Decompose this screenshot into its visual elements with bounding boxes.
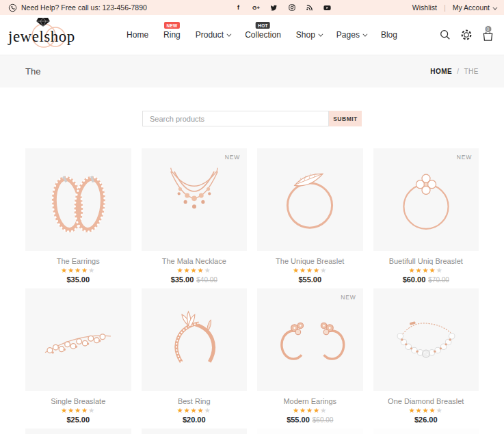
star-rating: ★★★★★ xyxy=(142,407,248,414)
product-image-lotus-ring[interactable] xyxy=(142,288,248,391)
product-card: Single Breaslate ★★★★★ $25.00 xyxy=(25,288,131,424)
new-badge: NEW xyxy=(164,22,179,29)
product-image-clover-bangle[interactable]: NEW xyxy=(373,148,479,251)
star-rating: ★★★★★ xyxy=(142,267,248,274)
star-rating: ★★★★★ xyxy=(373,407,479,414)
price-old: $40.00 xyxy=(196,276,217,284)
star-filled-icon: ★ xyxy=(306,407,313,414)
new-label: NEW xyxy=(341,294,356,301)
product-image-crystal-bracelet[interactable] xyxy=(25,288,131,391)
product-card-partial[interactable] xyxy=(373,429,479,434)
product-card: The Unique Breaslet ★★★★★ $55.00 xyxy=(257,148,363,284)
product-image-feather-bangle[interactable] xyxy=(257,148,363,251)
nav-item-ring[interactable]: NEW Ring xyxy=(163,30,181,40)
rss-icon[interactable] xyxy=(306,4,313,12)
product-image-pearl-bracelet[interactable] xyxy=(373,288,479,391)
star-filled-icon: ★ xyxy=(177,407,184,414)
nav-item-product[interactable]: Product xyxy=(196,30,230,40)
product-title[interactable]: Best Ring xyxy=(142,397,248,406)
shopping-bag-icon[interactable]: 0 xyxy=(481,29,494,42)
breadcrumb-home-link[interactable]: HOME xyxy=(430,68,452,75)
search-input[interactable] xyxy=(142,111,329,126)
product-title[interactable]: Buetifull Uniq Breaslet xyxy=(373,257,479,266)
product-price: $35.00$40.00 xyxy=(142,275,248,284)
product-image-flower-earrings[interactable]: NEW xyxy=(257,288,363,391)
price-current: $60.00 xyxy=(403,275,426,284)
product-image-bead-necklace[interactable]: NEW xyxy=(142,148,248,251)
product-price: $55.00 xyxy=(257,275,363,284)
youtube-icon[interactable] xyxy=(323,4,331,12)
product-card-partial[interactable] xyxy=(257,429,363,434)
my-account-dropdown[interactable]: My Account xyxy=(453,3,496,12)
product-title[interactable]: One Diamond Breaslet xyxy=(373,397,479,406)
nav-item-home[interactable]: Home xyxy=(127,30,148,40)
nav-label: Pages xyxy=(336,30,360,40)
gear-icon[interactable] xyxy=(460,29,473,41)
breadcrumb-separator: / xyxy=(457,68,459,75)
star-filled-icon: ★ xyxy=(313,267,320,274)
star-filled-icon: ★ xyxy=(198,407,204,414)
star-empty-icon: ★ xyxy=(320,267,327,274)
search-submit-button[interactable]: SUBMIT xyxy=(329,111,362,126)
star-rating: ★★★★★ xyxy=(257,267,363,274)
instagram-icon[interactable] xyxy=(288,4,295,12)
wishlist-link[interactable]: Wishlist xyxy=(412,3,437,12)
star-filled-icon: ★ xyxy=(184,267,191,274)
help-contact: Need Help? Free call us: 123-456-7890 xyxy=(8,3,200,12)
star-empty-icon: ★ xyxy=(88,267,95,274)
page-title: The xyxy=(25,66,40,77)
hot-badge: HOT xyxy=(256,22,270,29)
facebook-icon[interactable]: f xyxy=(235,4,242,12)
social-links: f G+ xyxy=(228,4,331,12)
nav-label: Ring xyxy=(163,30,181,40)
product-title[interactable]: Single Breaslate xyxy=(25,397,131,406)
nav-item-collection[interactable]: HOT Collection xyxy=(245,30,281,40)
product-price: $35.00 xyxy=(25,275,131,284)
star-filled-icon: ★ xyxy=(68,407,75,414)
my-account-label: My Account xyxy=(453,3,490,12)
star-filled-icon: ★ xyxy=(61,267,68,274)
star-filled-icon: ★ xyxy=(61,407,68,414)
product-title[interactable]: The Unique Breaslet xyxy=(257,257,363,266)
help-text: Need Help? Free call us: 123-456-7890 xyxy=(21,3,147,12)
product-card: The Earrings ★★★★★ $35.00 xyxy=(25,148,131,284)
star-filled-icon: ★ xyxy=(306,267,313,274)
product-title[interactable]: The Mala Necklace xyxy=(142,257,248,266)
product-title[interactable]: Modern Earings xyxy=(257,397,363,406)
google-plus-icon[interactable]: G+ xyxy=(252,4,260,12)
twitter-icon[interactable] xyxy=(270,4,278,12)
price-current: $35.00 xyxy=(66,275,90,284)
cart-count-badge: 0 xyxy=(484,25,492,33)
product-card-partial[interactable] xyxy=(142,429,248,434)
star-empty-icon: ★ xyxy=(436,267,443,274)
diamond-icon xyxy=(36,17,51,27)
star-rating: ★★★★★ xyxy=(373,267,479,274)
star-filled-icon: ★ xyxy=(68,267,75,274)
breadcrumb-current: THE xyxy=(464,68,479,75)
star-filled-icon: ★ xyxy=(177,267,184,274)
star-filled-icon: ★ xyxy=(293,267,300,274)
topbar: Need Help? Free call us: 123-456-7890 f … xyxy=(0,0,504,15)
nav-item-shop[interactable]: Shop xyxy=(296,30,321,40)
star-filled-icon: ★ xyxy=(75,267,81,274)
product-image-hoop-earrings[interactable] xyxy=(25,148,131,251)
nav-item-pages[interactable]: Pages xyxy=(336,30,366,40)
logo[interactable]: jewelshop xyxy=(7,17,116,53)
star-empty-icon: ★ xyxy=(204,267,211,274)
nav-item-blog[interactable]: Blog xyxy=(381,30,397,40)
breadcrumb-bar: The HOME / THE xyxy=(0,55,504,87)
search-icon[interactable] xyxy=(439,29,451,41)
product-grid: The Earrings ★★★★★ $35.00 NEW xyxy=(25,148,479,434)
nav-label: Home xyxy=(127,30,148,40)
price-current: $26.00 xyxy=(414,416,438,424)
star-rating: ★★★★★ xyxy=(25,267,131,274)
price-old: $60.00 xyxy=(313,416,334,424)
product-card: Best Ring ★★★★★ $20.00 xyxy=(142,288,248,424)
product-card-partial[interactable] xyxy=(25,429,131,434)
logo-text: jewelshop xyxy=(8,28,75,46)
star-filled-icon: ★ xyxy=(81,407,88,414)
star-empty-icon: ★ xyxy=(204,407,211,414)
product-title[interactable]: The Earrings xyxy=(25,257,131,266)
star-filled-icon: ★ xyxy=(409,407,416,414)
product-price: $20.00 xyxy=(142,416,248,424)
